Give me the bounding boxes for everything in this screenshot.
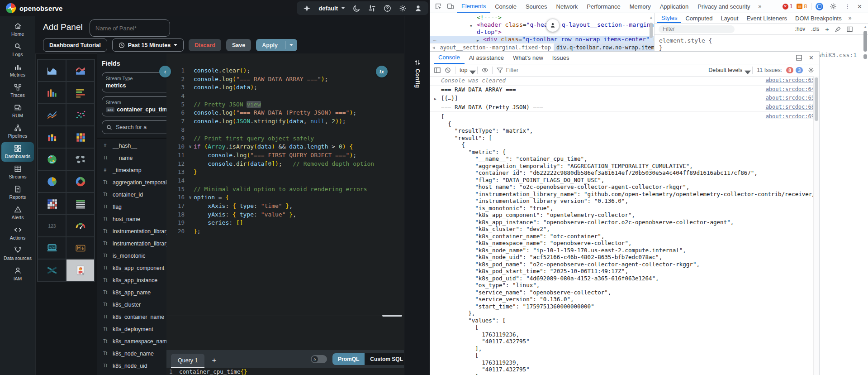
field-item-k8s_app_component[interactable]: Ttk8s_app_component [102, 262, 171, 274]
live-expression-eye-icon[interactable] [482, 67, 488, 73]
rendering-brush-icon[interactable] [835, 26, 841, 32]
help-icon[interactable] [384, 5, 391, 12]
devtools-tab-privacy-and-security[interactable]: Privacy and security [693, 0, 754, 13]
inspect-element-icon[interactable] [432, 1, 444, 12]
breadcrumb-item[interactable]: ayout__section--marginal.fixed-top [437, 43, 554, 51]
field-item-_timestamp[interactable]: #_timestamp [102, 164, 171, 176]
dom-tree-node-3[interactable]: d-top"> [469, 29, 654, 36]
stream-select[interactable]: Stream 123 container_cpu_time [102, 96, 171, 116]
console-settings-gear-icon[interactable] [807, 65, 815, 76]
console-sidebar-icon[interactable] [434, 67, 441, 73]
fx-toggle[interactable]: fx [311, 355, 327, 363]
close-drawer-icon[interactable]: ✕ [809, 54, 814, 61]
discard-button[interactable]: Discard [189, 39, 221, 51]
chart-type-custom-chart[interactable] [66, 259, 95, 281]
devtools-tab-sources[interactable]: Sources [521, 0, 552, 13]
more-tabs-icon[interactable]: » [755, 3, 765, 10]
editor-resize-handle[interactable] [382, 315, 402, 317]
issues-counter-label[interactable]: 11 Issues: [757, 67, 782, 73]
chart-type-heatmap[interactable] [38, 192, 66, 215]
field-item-k8s_app_name[interactable]: Ttk8s_app_name [102, 286, 171, 298]
sidebar-item-metrics[interactable]: Metrics [1, 61, 34, 80]
field-item-k8s_node_uid[interactable]: Ttk8s_node_uid [102, 360, 171, 372]
field-item-flag[interactable]: Ttflag [102, 201, 171, 213]
openobserve-logo[interactable]: openobserve [0, 3, 63, 13]
field-item-__name__[interactable]: Tt__name__ [102, 152, 171, 164]
sidebar-item-actions[interactable]: Actions [1, 224, 34, 243]
chart-type-bar[interactable] [38, 82, 66, 104]
chart-type-markdown[interactable] [66, 237, 95, 259]
error-count-badge[interactable]: ✕1 [783, 3, 793, 10]
chart-type-metric-123[interactable]: 123 [38, 215, 66, 237]
element-classes-button[interactable]: .cls [811, 26, 819, 32]
field-item-k8s_node_name[interactable]: Ttk8s_node_name [102, 347, 171, 360]
apply-button[interactable]: Apply [256, 39, 297, 51]
field-search-input[interactable]: Search for a [102, 120, 171, 134]
elements-scrollbar[interactable]: ▲ [649, 14, 654, 42]
devtools-settings-gear-icon[interactable] [827, 1, 839, 12]
issue-chip[interactable]: 3 [796, 67, 803, 73]
issue-chip[interactable]: 8 [786, 67, 793, 73]
chart-type-area-stacked[interactable] [66, 59, 95, 82]
apply-dropdown-caret[interactable] [285, 41, 297, 49]
console-filter-input[interactable]: Filter [497, 67, 518, 73]
console-source-link[interactable]: about:srcdoc:69 [766, 113, 815, 120]
chart-type-html-code[interactable]: </> [38, 237, 66, 259]
sidebar-item-traces[interactable]: Traces [1, 81, 34, 101]
dashboard-tutorial-button[interactable]: Dashboard Tutorial [43, 38, 107, 52]
user-profile-icon[interactable] [414, 5, 422, 12]
styles-tab-layout[interactable]: Layout [716, 13, 742, 23]
console-tab-issues[interactable]: Issues [548, 52, 574, 64]
chart-type-donut[interactable] [66, 170, 95, 192]
devtools-tab-elements[interactable]: Elements [457, 0, 490, 13]
sidebar-item-logs[interactable]: Logs [1, 40, 34, 60]
save-button[interactable]: Save [226, 39, 251, 51]
chart-type-stacked-bar[interactable] [38, 126, 66, 148]
dock-drawer-icon[interactable] [796, 55, 802, 61]
field-item-is_monotonic[interactable]: Ttis_monotonic [102, 250, 171, 262]
execution-context-selector[interactable]: top [460, 67, 473, 73]
styles-tab-dom-breakpoints[interactable]: DOM Breakpoints [791, 13, 846, 23]
device-toolbar-icon[interactable] [445, 1, 456, 12]
devtools-tab-network[interactable]: Network [552, 0, 583, 13]
slack-icon[interactable] [368, 5, 376, 12]
issue-count-badge[interactable]: ▤8 [797, 3, 807, 10]
collapse-fields-button[interactable]: ‹ [159, 66, 171, 77]
field-item-aggregation_temporality[interactable]: Ttaggregation_temporality [102, 176, 171, 188]
settings-gear-icon[interactable] [399, 5, 407, 12]
dom-tree-node-2[interactable]: ▼<header class="q-header q-layout__secti… [469, 21, 654, 29]
devtools-tab-performance[interactable]: Performance [582, 0, 625, 13]
console-source-link[interactable]: about:srcdoc:68 [766, 104, 815, 111]
console-source-link[interactable]: about:srcdoc:65 [766, 95, 815, 102]
field-item-__hash__[interactable]: #__hash__ [102, 139, 171, 152]
custom-sql-mode-button[interactable]: Custom SQL [365, 353, 408, 365]
page-inspect-floating-button[interactable] [546, 19, 560, 32]
chart-type-table[interactable] [66, 192, 95, 215]
log-levels-dropdown[interactable]: Default levels [708, 67, 748, 73]
recorder-extension-icon[interactable] [816, 3, 823, 10]
console-tab-what-s-new[interactable]: What's new [508, 52, 548, 64]
toggle-element-state-button[interactable]: :hov [795, 26, 806, 32]
field-item-instrumentation_library_version[interactable]: Ttinstrumentation_library_version [102, 237, 171, 250]
field-item-k8s_cluster[interactable]: Ttk8s_cluster [102, 298, 171, 311]
chart-type-sankey[interactable] [38, 259, 66, 281]
devtools-tab-application[interactable]: Application [655, 0, 693, 13]
styles-more-tabs-icon[interactable]: » [846, 15, 854, 21]
field-item-k8s_namespace_name[interactable]: Ttk8s_namespace_name [102, 335, 171, 347]
styles-tab-computed[interactable]: Computed [681, 13, 716, 23]
sidebar-item-reports[interactable]: Reports [1, 183, 34, 202]
add-query-button[interactable]: + [212, 356, 216, 368]
code-editor[interactable]: 1console.clear();2console.log("=== RAW D… [166, 53, 404, 363]
promql-query-editor[interactable]: 1 container_cpu_time{} [166, 368, 404, 375]
dark-mode-icon[interactable] [353, 5, 360, 12]
computed-panel-icon[interactable] [847, 26, 853, 32]
field-item-container_id[interactable]: Ttcontainer_id [102, 188, 171, 201]
chart-type-h-bar[interactable] [66, 82, 95, 104]
sidebar-item-home[interactable]: Home [1, 20, 34, 39]
field-item-instrumentation_library_name[interactable]: Ttinstrumentation_library_name [102, 225, 171, 237]
chart-type-line[interactable] [38, 104, 66, 126]
config-panel-tab[interactable]: Config [404, 59, 430, 88]
kebab-menu-icon[interactable]: ⋮ [843, 3, 852, 10]
close-devtools-icon[interactable]: ✕ [856, 3, 863, 10]
panel-name-input[interactable] [90, 19, 170, 37]
